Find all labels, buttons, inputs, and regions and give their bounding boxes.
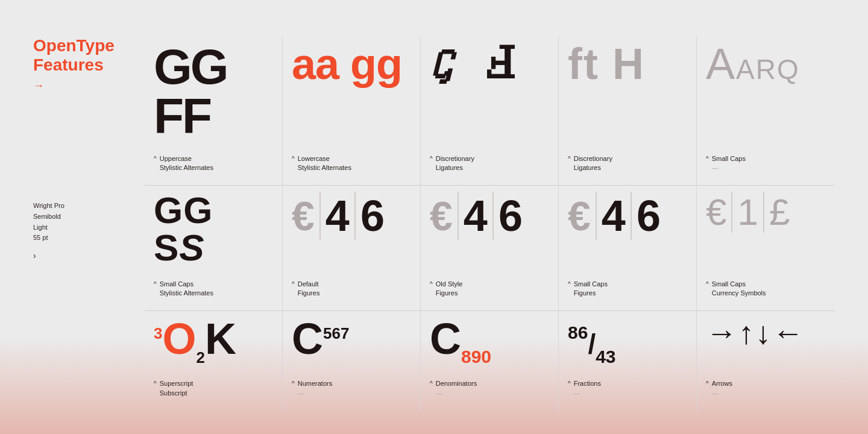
feature-label-numerators: Numerators— (298, 379, 332, 398)
caret: ^ (430, 281, 433, 288)
caret: ^ (706, 380, 709, 387)
feature-label: LowercaseStylistic Alternates (298, 154, 351, 173)
feature-label-osf: Old StyleFigures (436, 280, 463, 298)
feature-label-fractions: Fractions— (574, 379, 601, 398)
feature-display-aa-gg: aa gg (292, 42, 411, 86)
caret: ^ (154, 156, 157, 162)
caret: ^ (154, 281, 157, 288)
feature-display-sc-figs: € 4 6 (568, 192, 687, 240)
feature-display-gg-ff: GG FF (154, 42, 273, 141)
feature-display-sc-currency: € 1 £ (706, 192, 826, 233)
feature-label-super-sub: SuperscriptSubscript (160, 379, 193, 398)
feature-default-figures: € 4 6 ^ DefaultFigures (283, 186, 421, 311)
feature-display-gg-ss: GG SS (154, 192, 273, 266)
font-name: Wright Pro (33, 201, 145, 212)
feature-label-denominators: Denominators— (436, 379, 477, 398)
caret: ^ (568, 281, 571, 288)
feature-label: UppercaseStylistic Alternates (160, 154, 213, 173)
feature-display-osf: € 4 6 (430, 192, 549, 240)
feature-fractions: 86/43 ^ Fractions— (559, 311, 697, 410)
caret: ^ (292, 156, 295, 162)
main-container: OpenTypeFeatures → Wright Pro Semibold L… (0, 0, 868, 434)
feature-sc-figures: € 4 6 ^ Small CapsFigures (559, 186, 697, 311)
feature-label-small-caps: Small Caps— (712, 154, 746, 173)
caret: ^ (430, 156, 433, 162)
feature-super-sub: 3O2K ^ SuperscriptSubscript (145, 311, 283, 410)
font-size: 55 pt (33, 233, 145, 244)
feature-disc-lig-2: ft H ^ DiscretionaryLigatures (559, 36, 697, 186)
feature-numerators: C567 ^ Numerators— (283, 311, 421, 410)
feature-disc-lig-1: Ꞔ Ⅎ Ct Ft ^ DiscretionaryLigatures (421, 36, 559, 186)
feature-label-disc-lig-1: DiscretionaryLigatures (436, 154, 474, 173)
feature-display-ct-ft: Ꞔ Ⅎ (430, 42, 549, 86)
sidebar-title: OpenTypeFeatures (33, 36, 145, 75)
feature-label-disc-lig-2: DiscretionaryLigatures (574, 154, 612, 173)
feature-denominators: C890 ^ Denominators— (421, 311, 559, 410)
feature-label-sc-stylistic: Small CapsStylistic Alternates (160, 280, 213, 298)
feature-label-sc-figs: Small CapsFigures (574, 280, 608, 298)
feature-label-sc-currency: Small CapsCurrency Symbols (712, 280, 766, 298)
feature-display-aarq: AARQ (706, 42, 826, 86)
sidebar-chevron[interactable]: › (33, 251, 145, 260)
caret: ^ (568, 156, 571, 162)
feature-small-caps: AARQ ^ Small Caps— (697, 36, 835, 186)
caret: ^ (706, 281, 709, 288)
feature-label-arrows: Arrows— (712, 379, 732, 398)
feature-display-ft-h: ft H (568, 42, 687, 86)
feature-arrows: →↑↓← ^ Arrows— (697, 311, 835, 410)
caret: ^ (292, 281, 295, 288)
font-weight: Semibold (33, 212, 145, 222)
feature-display-arrows: →↑↓← (706, 317, 826, 348)
caret: ^ (430, 380, 433, 387)
feature-uppercase-stylistic: GG FF ^ UppercaseStylistic Alternates (145, 36, 283, 186)
caret: ^ (706, 156, 709, 162)
feature-old-style-figures: € 4 6 ^ Old StyleFigures (421, 186, 559, 311)
feature-display-super-sub: 3O2K (154, 317, 273, 365)
features-grid: GG FF ^ UppercaseStylistic Alternates aa… (145, 36, 835, 410)
caret: ^ (568, 380, 571, 387)
sidebar-arrow[interactable]: → (33, 80, 145, 92)
feature-label-default-figs: DefaultFigures (298, 280, 320, 298)
feature-display-fractions: 86/43 (568, 317, 687, 366)
feature-sc-currency: € 1 £ ^ Small CapsCurrency Symbols (697, 186, 835, 311)
feature-display-default-figs: € 4 6 (292, 192, 411, 240)
feature-display-numerators: C567 (292, 317, 411, 360)
feature-display-denominators: C890 (430, 317, 549, 366)
feature-sc-stylistic: GG SS ^ Small CapsStylistic Alternates (145, 186, 283, 311)
font-style: Light (33, 222, 145, 233)
font-info: Wright Pro Semibold Light 55 pt (33, 201, 145, 243)
sidebar: OpenTypeFeatures → Wright Pro Semibold L… (33, 36, 145, 410)
feature-lowercase-stylistic: aa gg ^ LowercaseStylistic Alternates (283, 36, 421, 186)
caret: ^ (292, 380, 295, 387)
caret: ^ (154, 380, 157, 387)
